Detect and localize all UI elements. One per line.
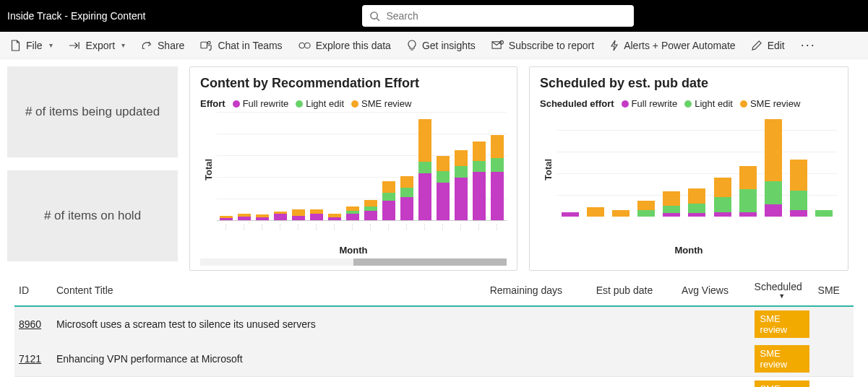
chart2-xlabel: Month bbox=[540, 245, 838, 256]
bolt-icon bbox=[610, 40, 619, 51]
bar[interactable] bbox=[238, 214, 251, 220]
insights-label: Get insights bbox=[422, 40, 476, 51]
th-scheduled[interactable]: Scheduled▼ bbox=[750, 275, 814, 306]
bar[interactable] bbox=[663, 191, 680, 216]
legend2-sme-review[interactable]: SME review bbox=[740, 98, 800, 109]
export-icon bbox=[69, 40, 81, 51]
row-title: Enhancing VPN performance at Microsoft bbox=[52, 342, 486, 377]
bar[interactable] bbox=[612, 210, 629, 217]
chart1-legend-lead: Effort bbox=[200, 98, 225, 109]
row-id-link[interactable]: 8960 bbox=[19, 318, 41, 330]
bar[interactable] bbox=[310, 209, 323, 220]
th-remaining[interactable]: Remaining days bbox=[486, 275, 592, 306]
file-icon bbox=[10, 40, 21, 51]
svg-rect-2 bbox=[201, 42, 207, 48]
share-button[interactable]: Share bbox=[141, 40, 184, 51]
chart1-ticks: ⋮⋮⋮⋮⋮⋮⋮⋮⋮⋮⋮⋮⋮⋮⋮⋮ bbox=[217, 220, 507, 231]
th-sme[interactable]: SME bbox=[814, 275, 854, 306]
chart1-plot[interactable] bbox=[217, 112, 507, 220]
th-title[interactable]: Content Title bbox=[52, 275, 486, 306]
bar[interactable] bbox=[400, 176, 413, 220]
alerts-button[interactable]: Alerts + Power Automate bbox=[610, 40, 735, 51]
bar[interactable] bbox=[292, 209, 305, 220]
share-icon bbox=[141, 40, 152, 51]
legend-full-rewrite[interactable]: Full rewrite bbox=[233, 98, 289, 109]
bar[interactable] bbox=[637, 201, 655, 217]
chat-label: Chat in Teams bbox=[218, 40, 282, 51]
card-hold-label: # of items on hold bbox=[44, 209, 141, 223]
dot-sme-review bbox=[740, 100, 747, 108]
search-box[interactable] bbox=[362, 5, 634, 27]
export-label: Export bbox=[86, 40, 115, 51]
table-row[interactable]: 7121Enhancing VPN performance at Microso… bbox=[14, 342, 854, 377]
bar[interactable] bbox=[491, 135, 504, 220]
chart1-hscroll[interactable] bbox=[200, 258, 507, 266]
teams-icon bbox=[200, 40, 212, 51]
subscribe-button[interactable]: Subscribe to report bbox=[491, 40, 594, 51]
bar[interactable] bbox=[220, 216, 233, 220]
bar[interactable] bbox=[473, 142, 486, 220]
chart2-legend: Scheduled effort Full rewrite Light edit… bbox=[540, 98, 838, 109]
bar[interactable] bbox=[274, 212, 287, 220]
legend-light-edit[interactable]: Light edit bbox=[296, 98, 344, 109]
card-items-hold[interactable]: # of items on hold bbox=[7, 170, 178, 261]
chart-content-by-effort[interactable]: Content by Recommendation Effort Effort … bbox=[189, 66, 517, 271]
row-title: Using Azure Multi-Factor Authentication … bbox=[52, 377, 486, 388]
toolbar: File▾ Export▾ Share Chat in Teams Explor… bbox=[0, 32, 868, 59]
dot-full-rewrite bbox=[622, 100, 629, 108]
th-pubdate[interactable]: Est pub date bbox=[592, 275, 677, 306]
bar[interactable] bbox=[790, 160, 807, 217]
legend2-light-edit[interactable]: Light edit bbox=[684, 98, 733, 109]
alerts-label: Alerts + Power Automate bbox=[624, 40, 735, 51]
explore-button[interactable]: Explore this data bbox=[298, 40, 391, 51]
svg-line-1 bbox=[377, 18, 380, 21]
chart-scheduled-by-pub-date[interactable]: Scheduled by est. pub date Scheduled eff… bbox=[529, 66, 848, 271]
main-area: # of items being updated # of items on h… bbox=[0, 59, 868, 271]
edit-button[interactable]: Edit bbox=[752, 40, 785, 51]
th-views[interactable]: Avg Views bbox=[677, 275, 749, 306]
bar[interactable] bbox=[455, 150, 468, 220]
svg-point-5 bbox=[304, 43, 310, 48]
legend-sme-review[interactable]: SME review bbox=[351, 98, 411, 109]
subscribe-icon bbox=[491, 40, 504, 51]
chart2-plot[interactable] bbox=[557, 112, 838, 217]
row-title: Microsoft uses a scream test to silence … bbox=[52, 306, 486, 342]
bar[interactable] bbox=[437, 156, 450, 220]
dot-light-edit bbox=[296, 100, 303, 108]
bar[interactable] bbox=[328, 214, 341, 220]
table-header-row: ID Content Title Remaining days Est pub … bbox=[14, 275, 854, 306]
chart1-legend: Effort Full rewrite Light edit SME revie… bbox=[200, 98, 507, 109]
table-row[interactable]: 5660Using Azure Multi-Factor Authenticat… bbox=[14, 377, 854, 388]
bar[interactable] bbox=[739, 166, 757, 217]
row-id-link[interactable]: 7121 bbox=[19, 353, 41, 365]
bar[interactable] bbox=[346, 206, 359, 220]
bar[interactable] bbox=[418, 119, 431, 220]
edit-label: Edit bbox=[768, 40, 785, 51]
bar[interactable] bbox=[382, 181, 395, 220]
search-input[interactable] bbox=[386, 10, 627, 22]
bar[interactable] bbox=[688, 188, 705, 217]
bar[interactable] bbox=[562, 212, 579, 216]
chart2-title: Scheduled by est. pub date bbox=[540, 76, 838, 91]
bar[interactable] bbox=[587, 207, 604, 217]
scheduled-badge: SME review bbox=[755, 345, 809, 373]
insights-button[interactable]: Get insights bbox=[407, 40, 476, 51]
dot-sme-review bbox=[351, 100, 358, 108]
more-menu[interactable]: ··· bbox=[801, 38, 816, 53]
file-menu[interactable]: File▾ bbox=[10, 40, 53, 51]
bar[interactable] bbox=[765, 119, 782, 217]
dot-full-rewrite bbox=[233, 100, 240, 108]
bar[interactable] bbox=[364, 200, 377, 220]
legend2-full-rewrite[interactable]: Full rewrite bbox=[622, 98, 678, 109]
card-items-updating[interactable]: # of items being updated bbox=[7, 66, 178, 157]
export-menu[interactable]: Export▾ bbox=[69, 40, 125, 51]
subscribe-label: Subscribe to report bbox=[509, 40, 594, 51]
explore-icon bbox=[298, 40, 311, 51]
bar[interactable] bbox=[256, 214, 269, 220]
table-row[interactable]: 8960Microsoft uses a scream test to sile… bbox=[14, 306, 854, 342]
bar[interactable] bbox=[815, 210, 833, 217]
svg-point-3 bbox=[208, 41, 211, 44]
bar[interactable] bbox=[714, 178, 731, 217]
th-id[interactable]: ID bbox=[14, 275, 52, 306]
chat-teams-button[interactable]: Chat in Teams bbox=[200, 40, 282, 51]
